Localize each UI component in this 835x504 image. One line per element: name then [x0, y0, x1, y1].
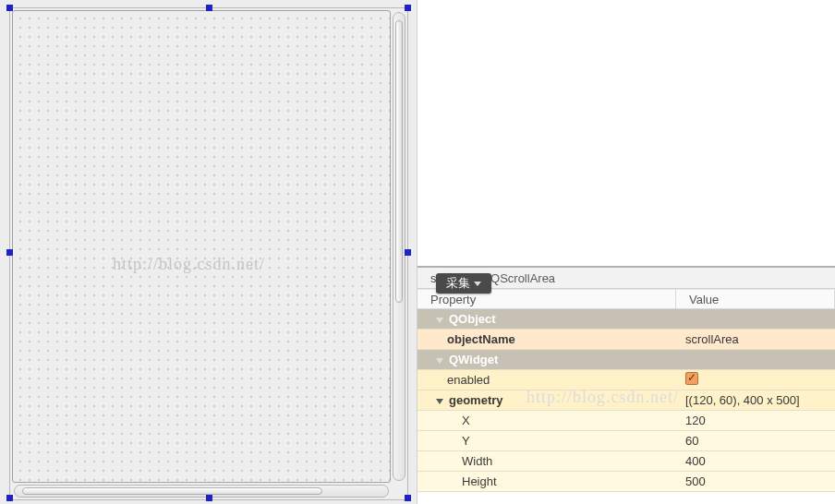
- row-geometry-x[interactable]: X 120: [418, 411, 835, 431]
- resize-handle-tr[interactable]: [405, 5, 411, 11]
- resize-handle-tm[interactable]: [206, 5, 212, 11]
- prop-name: Height: [418, 474, 676, 488]
- scrollbar-corner: [393, 485, 405, 498]
- resize-handle-mr[interactable]: [405, 249, 411, 256]
- prop-name: objectName: [418, 332, 676, 346]
- scrollarea-widget[interactable]: [9, 7, 408, 500]
- chevron-down-icon: [436, 399, 443, 404]
- chevron-down-icon: [436, 358, 443, 364]
- property-editor: scrollArea: QScrollArea Property Value Q…: [418, 266, 835, 504]
- enabled-checkbox[interactable]: [685, 372, 698, 385]
- group-label: QWidget: [449, 353, 498, 366]
- row-objectname[interactable]: objectName scrollArea: [418, 330, 835, 350]
- prop-name: geometry: [449, 393, 503, 407]
- prop-name: enabled: [418, 373, 676, 387]
- resize-handle-tl[interactable]: [6, 5, 13, 11]
- row-geometry-y[interactable]: Y 60: [418, 431, 835, 451]
- resize-handle-bm[interactable]: [206, 495, 212, 501]
- prop-value[interactable]: 400: [676, 454, 835, 468]
- prop-value[interactable]: 500: [676, 474, 835, 488]
- capture-button[interactable]: 采集: [436, 273, 491, 294]
- capture-button-label: 采集: [446, 275, 470, 292]
- horizontal-scrollbar[interactable]: [14, 485, 389, 498]
- prop-name: Y: [418, 434, 676, 448]
- group-label: QObject: [449, 312, 496, 326]
- group-qobject[interactable]: QObject: [418, 309, 835, 330]
- prop-value: [(120, 60), 400 x 500]: [676, 393, 835, 407]
- row-geometry[interactable]: geometry [(120, 60), 400 x 500]: [418, 390, 835, 411]
- row-geometry-width[interactable]: Width 400: [418, 451, 835, 472]
- form-canvas[interactable]: http://blog.csdn.net/: [0, 0, 418, 504]
- prop-name: Width: [418, 454, 676, 468]
- chevron-down-icon: [436, 318, 443, 323]
- prop-value[interactable]: scrollArea: [676, 332, 835, 346]
- scrollarea-viewport[interactable]: [12, 10, 391, 483]
- row-geometry-height[interactable]: Height 500: [418, 472, 835, 492]
- prop-value[interactable]: 120: [676, 414, 835, 427]
- row-enabled[interactable]: enabled: [418, 370, 835, 390]
- vertical-scrollbar[interactable]: [393, 12, 405, 481]
- chevron-down-icon: [474, 282, 481, 286]
- object-class: : QScrollArea: [484, 271, 555, 285]
- prop-value[interactable]: 60: [676, 434, 835, 448]
- resize-handle-br[interactable]: [405, 495, 411, 501]
- group-qwidget[interactable]: QWidget: [418, 350, 835, 370]
- column-value[interactable]: Value: [676, 290, 835, 308]
- prop-name: X: [418, 414, 676, 427]
- resize-handle-bl[interactable]: [6, 495, 13, 501]
- resize-handle-ml[interactable]: [6, 249, 13, 256]
